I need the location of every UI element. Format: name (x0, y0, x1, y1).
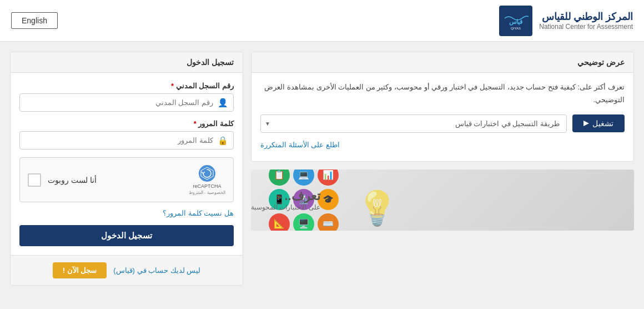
required-marker-2: * (194, 119, 197, 128)
recaptcha-checkbox[interactable] (28, 173, 41, 187)
banner-subtitle: على الاختبارات المحوسبة (251, 203, 320, 211)
play-icon (583, 121, 589, 126)
logo-english-title: National Center for Assessment (539, 23, 633, 31)
demo-controls: تشغيل طريقة التسجيل في اختبارات قياس ▼ (260, 114, 625, 133)
forgot-password-link[interactable]: هل نسيت كلمة المرور؟ (19, 209, 234, 217)
header: English المركز الوطني للقياس National Ce… (0, 0, 644, 42)
login-button[interactable]: تسجيل الدخول (19, 225, 234, 246)
register-now-button[interactable]: سجل الآن ! (53, 262, 107, 278)
banner-icon-4: 🎓 (318, 189, 339, 210)
logo-text: المركز الوطني للقياس National Center for… (539, 11, 633, 31)
main-content: عرض توضيحي تعرف أكثر على: كيفية فتح حساب… (0, 42, 644, 309)
lock-icon: 🔒 (218, 136, 228, 146)
recaptcha-brand-text: reCAPTCHA (193, 183, 221, 189)
demo-body: تعرف أكثر على: كيفية فتح حساب جديد، التس… (251, 73, 633, 161)
left-panel: عرض توضيحي تعرف أكثر على: كيفية فتح حساب… (243, 52, 634, 231)
logo-icon: قياس QIYAS (499, 6, 532, 36)
national-id-group: رقم السجل المدني * 👤 (19, 82, 234, 112)
banner: 📊 💻 📋 🎓 🔬 📱 ⌨️ 🖥️ 📐 💡 تعرف.. على الاختبا… (251, 170, 634, 231)
password-input-wrapper: 🔒 (19, 131, 234, 149)
demo-box: عرض توضيحي تعرف أكثر على: كيفية فتح حساب… (251, 52, 634, 162)
national-id-input-wrapper: 👤 (19, 93, 234, 112)
play-button[interactable]: تشغيل (572, 114, 625, 132)
national-id-label: رقم السجل المدني * (19, 82, 234, 90)
svg-text:QIYAS: QIYAS (511, 27, 521, 30)
logo-arabic-title: المركز الوطني للقياس (539, 11, 633, 23)
banner-icon-9: 📐 (269, 213, 290, 231)
lightbulb-icon: 💡 (356, 188, 398, 228)
recaptcha-privacy-text: الخصوصية - الشروط (189, 190, 225, 195)
demo-description: تعرف أكثر على: كيفية فتح حساب جديد، التس… (260, 81, 625, 107)
banner-title: تعرف.. (251, 189, 320, 203)
demo-select[interactable]: طريقة التسجيل في اختبارات قياس (260, 114, 567, 133)
banner-icon-8: 🖥️ (293, 213, 314, 231)
banner-icon-1: 📊 (318, 170, 339, 186)
recaptcha-left: أنا لست روبوت (28, 173, 97, 187)
login-header: تسجيل الدخول (11, 52, 243, 73)
recaptcha-logo-icon (198, 165, 216, 182)
language-button[interactable]: English (11, 12, 58, 29)
banner-text-area: تعرف.. على الاختبارات المحوسبة (251, 189, 320, 211)
demo-header: عرض توضيحي (251, 52, 633, 73)
required-marker: * (171, 82, 174, 90)
login-body: رقم السجل المدني * 👤 كلمة المرور * 🔒 (11, 73, 243, 255)
banner-icon-3: 📋 (269, 170, 290, 186)
banner-icon-7: ⌨️ (318, 213, 339, 231)
password-group: كلمة المرور * 🔒 (19, 119, 234, 149)
national-id-input[interactable] (19, 93, 234, 112)
no-account-link[interactable]: ليس لديك حساب في (قياس) (113, 266, 200, 275)
faq-link[interactable]: اطلع على الأسئلة المتكررة (260, 138, 625, 153)
demo-select-wrapper: طريقة التسجيل في اختبارات قياس ▼ (260, 114, 567, 133)
register-footer: ليس لديك حساب في (قياس) سجل الآن ! (11, 255, 243, 285)
logo-area: المركز الوطني للقياس National Center for… (499, 6, 633, 36)
person-icon: 👤 (218, 98, 228, 108)
password-input[interactable] (19, 131, 234, 149)
banner-icon-2: 💻 (293, 170, 314, 186)
play-button-label: تشغيل (592, 119, 613, 128)
password-label: كلمة المرور * (19, 119, 234, 128)
recaptcha-box[interactable]: أنا لست روبوت reCAPTCHA الخصوصية - الشرو… (19, 157, 234, 202)
recaptcha-right: reCAPTCHA الخصوصية - الشروط (189, 165, 225, 195)
recaptcha-label: أنا لست روبوت (48, 176, 97, 185)
login-panel: تسجيل الدخول رقم السجل المدني * 👤 كلمة ا… (10, 52, 243, 286)
